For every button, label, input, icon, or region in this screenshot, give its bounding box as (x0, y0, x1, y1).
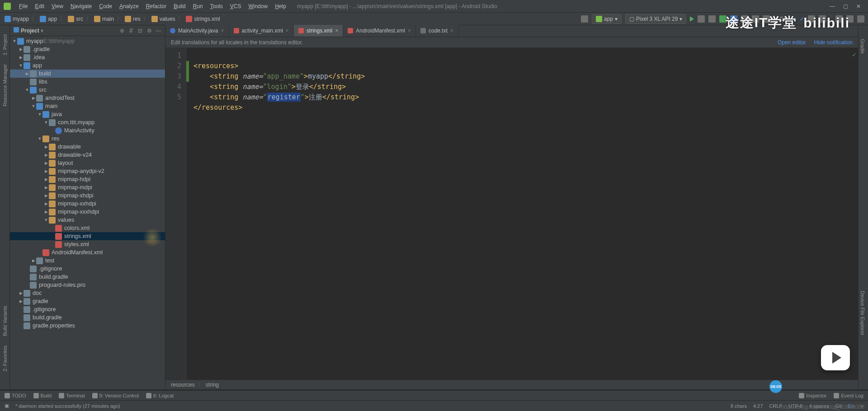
close-tab-icon[interactable]: × (221, 28, 224, 34)
editor-tab[interactable]: MainActivity.java× (165, 25, 229, 37)
open-editor-link[interactable]: Open editor (778, 39, 806, 46)
tool-event-log[interactable]: Event Log (834, 393, 863, 398)
tool-device-file-explorer[interactable]: Device File Explorer (860, 291, 865, 335)
tree-node[interactable]: build.gradle (10, 313, 165, 322)
run-config-selector[interactable]: app▾ (592, 14, 622, 24)
editor[interactable]: 1 2 3 4 5 <resources> <string name="app_… (165, 48, 858, 379)
tree-node[interactable]: mipmap-anydpi-v2 (10, 167, 165, 175)
scroll-from-source-icon[interactable]: ⊕ (119, 28, 125, 34)
tree-node[interactable]: strings.xml (10, 232, 165, 240)
tree-node[interactable]: build (10, 70, 165, 78)
tree-node[interactable]: mipmap-xxxhdpi (10, 208, 165, 216)
tree-node[interactable]: mipmap-xhdpi (10, 191, 165, 200)
menu-run[interactable]: Run (189, 3, 207, 9)
close-tab-icon[interactable]: × (335, 28, 338, 34)
run-button[interactable] (690, 16, 694, 22)
status-line-separator[interactable]: CRLF (769, 403, 783, 409)
tree-node[interactable]: app (10, 61, 165, 70)
menu-window[interactable]: Window (245, 3, 271, 9)
tree-node[interactable]: androidTest (10, 94, 165, 102)
tree-node[interactable]: gradle (10, 297, 165, 305)
editor-breadcrumb[interactable]: resources〉string (165, 379, 858, 389)
tree-node[interactable]: values (10, 216, 165, 224)
tree-node[interactable]: mipmap-mdpi (10, 183, 165, 191)
breadcrumb[interactable]: strings.xml (185, 16, 221, 22)
tree-node[interactable]: AndroidManifest.xml (10, 248, 165, 257)
menu-help[interactable]: Help (271, 3, 290, 9)
apply-code-changes-icon[interactable] (708, 15, 716, 23)
menu-navigate[interactable]: Navigate (67, 3, 95, 9)
tree-node[interactable]: styles.xml (10, 240, 165, 248)
tree-node[interactable]: layout (10, 159, 165, 167)
menu-edit[interactable]: Edit (31, 3, 48, 9)
tree-node[interactable]: .gitignore (10, 265, 165, 273)
tool-build[interactable]: Build (33, 393, 52, 398)
status-icon[interactable]: ▣ (5, 403, 9, 409)
tree-node[interactable]: res (10, 135, 165, 143)
tool-project[interactable]: 1: Project (2, 34, 8, 55)
menu-tools[interactable]: Tools (207, 3, 226, 9)
tool-terminal[interactable]: Terminal (59, 393, 85, 398)
menu-file[interactable]: File (15, 3, 31, 9)
code-area[interactable]: <resources> <string name="app_name">myap… (186, 48, 858, 379)
tree-node[interactable]: mipmap-xxhdpi (10, 200, 165, 208)
tree-node[interactable]: MainActivity (10, 126, 165, 135)
tool-resource-manager[interactable]: Resource Manager (2, 64, 8, 107)
tree-node[interactable]: .gradle (10, 45, 165, 53)
menu-vcs[interactable]: VCS (226, 3, 245, 9)
menu-build[interactable]: Build (170, 3, 189, 9)
breadcrumb[interactable]: app〉 (39, 15, 67, 23)
close-tab-icon[interactable]: × (286, 28, 289, 34)
tool-build-variants[interactable]: Build Variants (2, 306, 8, 336)
breadcrumb[interactable]: res〉 (124, 15, 151, 23)
tree-node[interactable]: myapp E:\ttit\myapp (10, 37, 165, 45)
tool-logcat[interactable]: 6: Logcat (146, 393, 174, 398)
tree-node[interactable]: libs (10, 78, 165, 86)
tree-node[interactable]: drawable-v24 (10, 151, 165, 159)
breadcrumb[interactable]: main〉 (93, 15, 124, 23)
expand-all-icon[interactable]: ⇵ (128, 28, 134, 34)
tree-node[interactable]: com.ttit.myapp (10, 118, 165, 126)
breadcrumb[interactable]: src〉 (67, 15, 93, 23)
inspection-ok-icon[interactable]: ✓ (852, 50, 856, 60)
menu-code[interactable]: Code (95, 3, 116, 9)
breadcrumb[interactable]: myapp〉 (4, 15, 39, 23)
tool-favorites[interactable]: 2: Favorites (2, 346, 8, 371)
tool-layout-inspector[interactable]: Inspector (799, 393, 826, 398)
window-maximize[interactable]: ▢ (843, 3, 848, 9)
editor-tab[interactable]: AndroidManifest.xml× (343, 25, 416, 37)
tree-node[interactable]: .gitignore (10, 305, 165, 313)
close-tab-icon[interactable]: × (450, 28, 453, 34)
video-play-overlay[interactable] (821, 345, 850, 370)
project-view-selector[interactable]: Project ▾ (14, 27, 43, 34)
tree-node[interactable]: java (10, 110, 165, 118)
hide-notification-link[interactable]: Hide notification (814, 39, 853, 46)
project-tree[interactable]: myapp E:\ttit\myapp.gradle.ideaappbuildl… (10, 36, 165, 389)
tree-node[interactable]: build.gradle (10, 273, 165, 281)
settings-icon[interactable]: ⚙ (146, 28, 152, 34)
window-close[interactable]: ✕ (856, 3, 861, 9)
tree-node[interactable]: colors.xml (10, 224, 165, 232)
tool-version-control[interactable]: 9: Version Control (92, 393, 139, 398)
tree-node[interactable]: drawable (10, 143, 165, 151)
window-minimize[interactable]: — (830, 3, 835, 9)
tree-node[interactable]: src (10, 86, 165, 94)
tree-node[interactable]: gradle.properties (10, 322, 165, 330)
tree-node[interactable]: test (10, 257, 165, 265)
menu-refactor[interactable]: Refactor (142, 3, 170, 9)
search-icon[interactable] (857, 15, 864, 23)
editor-tab[interactable]: activity_main.xml× (229, 25, 294, 37)
tree-node[interactable]: .idea (10, 53, 165, 61)
menu-analyze[interactable]: Analyze (116, 3, 142, 9)
tool-gradle[interactable]: Gradle (860, 39, 865, 54)
tree-node[interactable]: doc (10, 289, 165, 297)
menu-view[interactable]: View (48, 3, 67, 9)
editor-tab[interactable]: code.txt× (416, 25, 458, 37)
hammer-icon[interactable] (581, 15, 588, 23)
hide-icon[interactable]: — (155, 28, 161, 34)
editor-tab[interactable]: strings.xml× (294, 25, 343, 37)
tree-node[interactable]: proguard-rules.pro (10, 281, 165, 289)
breadcrumb[interactable]: values〉 (151, 15, 185, 23)
collapse-all-icon[interactable]: ⊟ (137, 28, 143, 34)
tool-todo[interactable]: TODO (5, 393, 26, 398)
